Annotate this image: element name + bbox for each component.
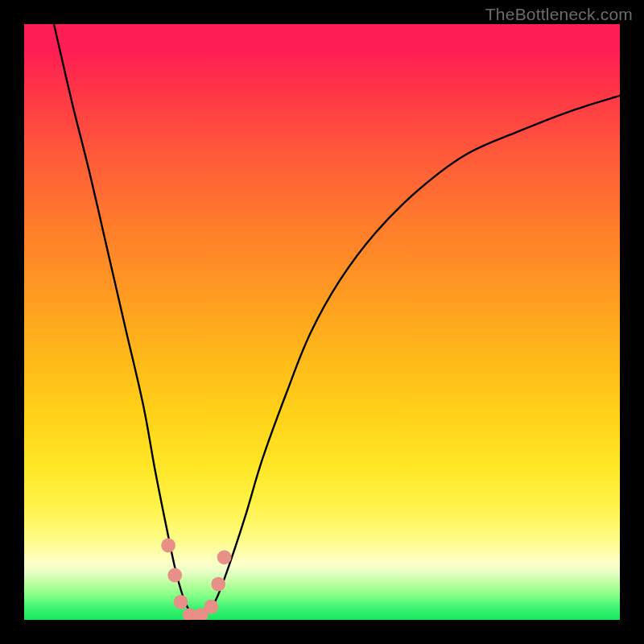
trough-marker (167, 568, 182, 583)
bottleneck-curve (24, 24, 620, 620)
chart-frame: TheBottleneck.com (0, 0, 644, 644)
trough-marker (217, 550, 232, 564)
trough-marker (211, 577, 225, 592)
plot-area (24, 24, 620, 620)
watermark-text: TheBottleneck.com (485, 5, 633, 24)
trough-marker (204, 600, 218, 614)
trough-marker (174, 595, 188, 609)
trough-marker (161, 539, 175, 553)
bottleneck-curve-path (54, 24, 620, 617)
